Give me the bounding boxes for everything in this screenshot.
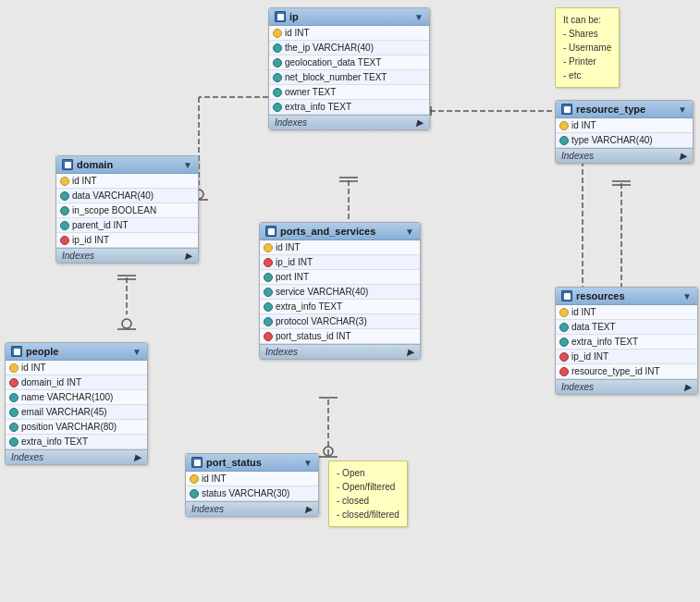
table-resource-type-sort[interactable]: ▼ [678,104,687,115]
field-name: port_status_id INT [276,331,351,341]
table-port-status-sort[interactable]: ▼ [303,458,313,468]
fk-icon [264,332,273,341]
table-domain-sort[interactable]: ▼ [183,160,192,170]
table-row: id INT [269,26,429,41]
field-name: service VARCHAR(40) [276,287,368,297]
table-row: ip_id INT [260,255,420,270]
table-port-status-icon [191,457,203,468]
table-ip-indexes[interactable]: Indexes ▶ [269,115,429,129]
diagram-canvas: ip ▼ id INT the_ip VARCHAR(40) geolocati… [0,0,700,602]
table-row: extra_info TEXT [269,100,429,115]
table-row: the_ip VARCHAR(40) [269,41,429,55]
note-port-status: - Open- Open/filtered- closed- closed/fi… [328,461,408,527]
table-ip-header: ip ▼ [269,8,429,26]
indexes-label: Indexes [265,347,298,357]
table-people-icon [11,346,22,357]
table-row: id INT [6,361,147,375]
field-name: extra_info TEXT [571,337,638,347]
table-row: ip_id INT [56,233,198,248]
field-name: ip_id INT [276,257,313,267]
svg-point-14 [122,319,131,328]
table-ports-and-services[interactable]: ports_and_services ▼ id INT ip_id INT po… [259,222,421,360]
field-name: geolocation_data TEXT [285,57,381,68]
table-row: ip_id INT [556,350,697,364]
table-port-status[interactable]: port_status ▼ id INT status VARCHAR(30) … [185,453,319,517]
table-ip[interactable]: ip ▼ id INT the_ip VARCHAR(40) geolocati… [268,7,430,130]
field-name: resource_type_id INT [571,366,660,376]
field-name: port INT [276,272,309,282]
field-name: extra_info TEXT [21,436,88,447]
field-name: status VARCHAR(30) [202,488,289,498]
field-icon [60,191,69,201]
table-resource-type-name: resource_type [576,104,674,115]
table-resources-name: resources [576,290,679,301]
table-row: service VARCHAR(40) [260,285,420,300]
table-row: geolocation_data TEXT [269,55,429,70]
note-resource-type: It can be:- Shares- Username- Printer- e… [555,7,620,88]
field-name: protocol VARCHAR(3) [276,316,367,326]
table-resource-type-indexes[interactable]: Indexes ▶ [556,148,693,163]
table-ports-indexes[interactable]: Indexes ▶ [260,344,420,359]
table-domain-icon [62,159,73,170]
field-name: extra_info TEXT [285,102,351,112]
table-people[interactable]: people ▼ id INT domain_id INT name VARCH… [5,342,148,465]
table-row: owner TEXT [269,85,429,100]
table-resources-indexes[interactable]: Indexes ▶ [556,379,697,394]
pk-icon [273,29,282,38]
fk-icon [559,367,569,376]
indexes-label: Indexes [191,504,224,514]
table-domain-header: domain ▼ [56,156,198,174]
field-name: net_block_number TEXT [285,72,387,82]
pk-icon [190,474,199,484]
field-name: id INT [571,120,596,130]
pk-icon [60,177,69,186]
table-row: id INT [56,174,198,189]
field-icon [273,88,282,97]
field-icon [9,437,18,447]
table-domain-name: domain [77,159,179,170]
field-name: id INT [202,473,227,484]
field-name: type VARCHAR(40) [571,135,653,145]
indexes-label: Indexes [62,251,94,261]
table-ip-sort[interactable]: ▼ [414,12,424,22]
table-resources[interactable]: resources ▼ id INT data TEXT extra_info … [555,287,698,395]
table-row: id INT [186,472,318,486]
table-resource-type-icon [561,104,572,115]
table-people-sort[interactable]: ▼ [132,347,141,357]
table-resource-type-header: resource_type ▼ [556,101,693,118]
field-icon [264,302,273,312]
table-ports-name: ports_and_services [280,226,401,237]
table-ports-sort[interactable]: ▼ [405,227,414,237]
table-row: data VARCHAR(40) [56,189,198,203]
table-resource-type[interactable]: resource_type ▼ id INT type VARCHAR(40) … [555,100,694,164]
field-name: id INT [21,362,46,373]
table-domain-indexes[interactable]: Indexes ▶ [56,248,198,263]
field-name: id INT [72,176,97,186]
field-name: position VARCHAR(80) [21,422,117,432]
indexes-arrow: ▶ [185,251,192,261]
table-resources-sort[interactable]: ▼ [682,291,692,301]
field-name: id INT [276,242,301,252]
table-row: port INT [260,270,420,285]
table-ip-name: ip [289,11,411,22]
indexes-label: Indexes [561,382,594,392]
table-people-indexes[interactable]: Indexes ▶ [6,449,147,464]
field-name: ip_id INT [72,235,109,245]
table-row: email VARCHAR(45) [6,405,147,420]
indexes-arrow: ▶ [416,117,424,128]
table-domain[interactable]: domain ▼ id INT data VARCHAR(40) in_scop… [55,155,199,264]
field-icon [264,317,273,326]
table-ports-icon [265,226,276,237]
table-port-status-name: port_status [206,457,300,468]
indexes-arrow: ▶ [134,452,141,462]
field-icon [9,423,18,432]
fk-icon [559,352,569,362]
field-name: ip_id INT [571,351,608,362]
indexes-arrow: ▶ [407,347,414,357]
field-icon [264,273,273,282]
table-row: id INT [556,118,693,133]
indexes-label: Indexes [561,151,594,161]
table-row: id INT [260,240,420,255]
table-people-header: people ▼ [6,343,147,361]
table-port-status-indexes[interactable]: Indexes ▶ [186,501,318,516]
